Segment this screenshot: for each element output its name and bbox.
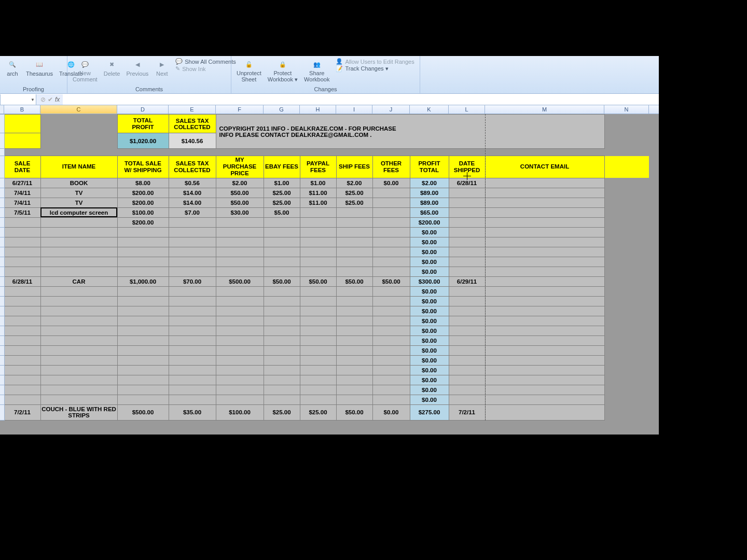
cell[interactable]: [300, 345, 336, 355]
cell[interactable]: [4, 355, 40, 365]
delete-comment-button[interactable]: ✖Delete: [102, 57, 122, 78]
cell[interactable]: [336, 375, 372, 385]
cell[interactable]: [372, 345, 410, 355]
cell[interactable]: [264, 296, 300, 306]
cell[interactable]: $0.00: [410, 365, 449, 375]
cell[interactable]: $89.00: [410, 188, 449, 198]
column-headers[interactable]: BCDEFGHIJKLMN: [0, 105, 659, 114]
cell[interactable]: [264, 375, 300, 385]
cell[interactable]: [449, 227, 485, 237]
cell[interactable]: [372, 375, 410, 385]
cell[interactable]: [169, 306, 216, 316]
cell[interactable]: 7/2/11: [4, 404, 40, 420]
cell[interactable]: [4, 385, 40, 395]
cell[interactable]: [372, 227, 410, 237]
cell[interactable]: [336, 227, 372, 237]
cell[interactable]: [372, 217, 410, 227]
cell[interactable]: [485, 267, 604, 276]
show-ink-button[interactable]: ✎Show Ink: [175, 65, 236, 72]
cell[interactable]: $50.00: [216, 198, 264, 207]
cell[interactable]: TV: [40, 198, 117, 207]
cell[interactable]: $89.00: [410, 198, 449, 207]
cell[interactable]: [40, 395, 117, 404]
cell[interactable]: [169, 247, 216, 257]
column-header-E[interactable]: E: [169, 105, 216, 114]
cell[interactable]: [449, 296, 485, 306]
cell[interactable]: [216, 237, 264, 247]
cell[interactable]: [117, 395, 169, 404]
cell[interactable]: BOOK: [40, 178, 117, 188]
cell[interactable]: [40, 365, 117, 375]
cell[interactable]: $7.00: [169, 207, 216, 217]
cell[interactable]: [264, 365, 300, 375]
cell[interactable]: [4, 326, 40, 335]
cell[interactable]: [372, 335, 410, 345]
cell[interactable]: $0.00: [372, 404, 410, 420]
cell[interactable]: $500.00: [117, 404, 169, 420]
cell[interactable]: [216, 385, 264, 395]
cell[interactable]: [216, 375, 264, 385]
cell[interactable]: [117, 385, 169, 395]
cell[interactable]: [485, 257, 604, 267]
cell[interactable]: [169, 375, 216, 385]
cell[interactable]: [117, 257, 169, 267]
cell[interactable]: [264, 286, 300, 296]
cell[interactable]: $25.00: [264, 198, 300, 207]
cell[interactable]: $25.00: [264, 188, 300, 198]
cell[interactable]: [300, 237, 336, 247]
next-comment-button[interactable]: ▶Next: [153, 57, 171, 78]
cell[interactable]: $200.00: [117, 217, 169, 227]
cell[interactable]: [485, 237, 604, 247]
cell[interactable]: [117, 345, 169, 355]
cell[interactable]: [336, 247, 372, 257]
cell[interactable]: [169, 227, 216, 237]
cell[interactable]: [485, 188, 604, 198]
cell[interactable]: [485, 276, 604, 286]
cell[interactable]: [4, 237, 40, 247]
cell[interactable]: [169, 345, 216, 355]
cell[interactable]: [117, 326, 169, 335]
cell[interactable]: [169, 257, 216, 267]
cell[interactable]: [336, 395, 372, 404]
select-all-corner[interactable]: [0, 105, 4, 114]
cell[interactable]: [264, 345, 300, 355]
cell[interactable]: [449, 385, 485, 395]
cell[interactable]: [264, 217, 300, 227]
cell[interactable]: [336, 316, 372, 326]
cell[interactable]: $11.00: [300, 188, 336, 198]
cell[interactable]: [336, 385, 372, 395]
cell[interactable]: [449, 188, 485, 198]
cell[interactable]: [449, 355, 485, 365]
cell[interactable]: [372, 306, 410, 316]
cell[interactable]: [4, 267, 40, 276]
column-header-C[interactable]: C: [40, 105, 117, 114]
column-header-L[interactable]: L: [449, 105, 485, 114]
allow-edit-ranges-button[interactable]: 👤Allow Users to Edit Ranges: [336, 58, 414, 65]
cell[interactable]: [485, 217, 604, 227]
cell[interactable]: [336, 365, 372, 375]
previous-comment-button[interactable]: ◀Previous: [124, 57, 150, 78]
new-comment-button[interactable]: 💬NewComment: [71, 57, 100, 83]
cell[interactable]: [372, 257, 410, 267]
spreadsheet-grid[interactable]: TOTALPROFITSALES TAXCOLLECTEDCOPYRIGHT 2…: [0, 114, 659, 421]
cell[interactable]: [216, 365, 264, 375]
cell[interactable]: [336, 326, 372, 335]
cell[interactable]: [40, 267, 117, 276]
cell[interactable]: [40, 326, 117, 335]
cell[interactable]: 6/28/11: [4, 276, 40, 286]
cell[interactable]: $0.00: [410, 345, 449, 355]
cell[interactable]: $2.00: [336, 178, 372, 188]
cell[interactable]: [264, 237, 300, 247]
cell[interactable]: [300, 257, 336, 267]
cell[interactable]: [372, 385, 410, 395]
cell[interactable]: $8.00: [117, 178, 169, 188]
name-box[interactable]: ▼: [0, 94, 36, 105]
cell[interactable]: $0.00: [410, 286, 449, 296]
cell[interactable]: $0.00: [410, 227, 449, 237]
fx-icon[interactable]: fx: [55, 96, 60, 103]
cell[interactable]: [117, 355, 169, 365]
cell[interactable]: [216, 395, 264, 404]
cell[interactable]: [216, 306, 264, 316]
cell[interactable]: [372, 355, 410, 365]
cell[interactable]: [372, 207, 410, 217]
